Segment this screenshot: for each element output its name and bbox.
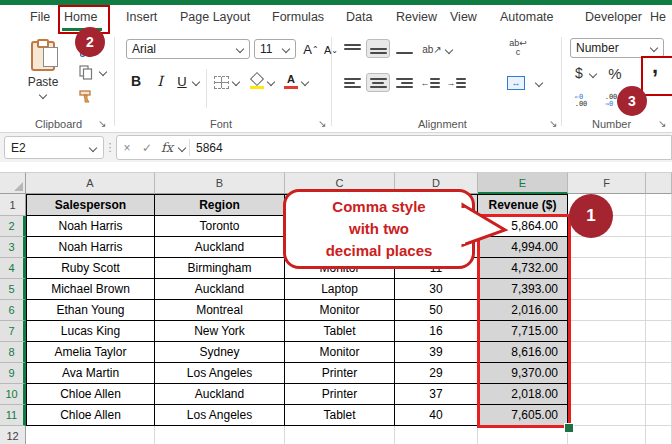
- cell-B8[interactable]: Sydney: [155, 342, 285, 363]
- clipboard-dialog-launcher[interactable]: ↘: [98, 118, 106, 130]
- cell-G7[interactable]: [646, 321, 672, 342]
- cell-D5[interactable]: 30: [395, 279, 478, 300]
- cell-C10[interactable]: Printer: [285, 384, 395, 405]
- cell-A4[interactable]: Ruby Scott: [26, 258, 155, 279]
- cell-D9[interactable]: 29: [395, 363, 478, 384]
- tab-file[interactable]: File: [30, 5, 50, 29]
- row-header-11[interactable]: 11: [0, 405, 26, 426]
- row-header-10[interactable]: 10: [0, 384, 26, 405]
- cell-D7[interactable]: 16: [395, 321, 478, 342]
- cell-G10[interactable]: [646, 384, 672, 405]
- insert-function-button[interactable]: fx: [157, 140, 177, 155]
- copy-button[interactable]: [76, 63, 96, 81]
- cell-A9[interactable]: Ava Martin: [26, 363, 155, 384]
- cell-G11[interactable]: [646, 405, 672, 426]
- row-header-6[interactable]: 6: [0, 300, 26, 321]
- cell-A3[interactable]: Noah Harris: [26, 237, 155, 258]
- row-header-8[interactable]: 8: [0, 342, 26, 363]
- tab-view[interactable]: View: [450, 5, 477, 29]
- cell-B11[interactable]: Los Angeles: [155, 405, 285, 426]
- borders-button[interactable]: [212, 74, 230, 90]
- cell-B2[interactable]: Toronto: [155, 216, 285, 237]
- cell-F10[interactable]: [568, 384, 646, 405]
- cell-D8[interactable]: 39: [395, 342, 478, 363]
- accounting-format-button[interactable]: $: [572, 63, 586, 83]
- tab-review[interactable]: Review: [396, 5, 437, 29]
- row-header-4[interactable]: 4: [0, 258, 26, 279]
- paste-button[interactable]: Paste: [18, 39, 68, 125]
- cell-E5[interactable]: 7,393.00: [478, 279, 568, 300]
- fill-color-dropdown-chevron[interactable]: [266, 76, 276, 88]
- cell-B5[interactable]: Auckland: [155, 279, 285, 300]
- tab-developer[interactable]: Developer: [585, 5, 642, 29]
- tab-insert[interactable]: Insert: [126, 5, 157, 29]
- name-box[interactable]: E2: [4, 136, 104, 159]
- cell-empty[interactable]: [155, 426, 285, 444]
- cell-C9[interactable]: Printer: [285, 363, 395, 384]
- percent-style-button[interactable]: %: [606, 63, 624, 83]
- fill-color-button[interactable]: [248, 70, 266, 92]
- underline-dropdown-chevron[interactable]: [191, 76, 201, 88]
- cell-G8[interactable]: [646, 342, 672, 363]
- cell-E10[interactable]: 2,018.00: [478, 384, 568, 405]
- cell-F9[interactable]: [568, 363, 646, 384]
- row-header-1[interactable]: 1: [0, 194, 26, 216]
- cell-C7[interactable]: Tablet: [285, 321, 395, 342]
- cell-E4[interactable]: 4,732.00: [478, 258, 568, 279]
- column-header-blank[interactable]: [646, 172, 672, 194]
- borders-dropdown-chevron[interactable]: [231, 76, 241, 88]
- cell-G6[interactable]: [646, 300, 672, 321]
- accounting-dropdown-chevron[interactable]: [588, 68, 598, 80]
- formula-bar-handle[interactable]: ⋮: [104, 141, 116, 154]
- tab-page-layout[interactable]: Page Layout: [180, 5, 250, 29]
- wrap-text-button[interactable]: ab↩c: [506, 37, 530, 59]
- font-size-combo[interactable]: 11: [254, 39, 296, 59]
- cell-empty[interactable]: [478, 426, 568, 444]
- cell-A7[interactable]: Lucas King: [26, 321, 155, 342]
- cell-F3[interactable]: [568, 237, 646, 258]
- orientation-dropdown-chevron[interactable]: [444, 44, 454, 56]
- decrease-font-size-button[interactable]: A⌄: [322, 40, 340, 60]
- tab-automate[interactable]: Automate: [500, 5, 554, 29]
- cell-C5[interactable]: Laptop: [285, 279, 395, 300]
- cell-C8[interactable]: Monitor: [285, 342, 395, 363]
- cell-A6[interactable]: Ethan Young: [26, 300, 155, 321]
- paste-dropdown-chevron[interactable]: [39, 91, 47, 99]
- font-color-button[interactable]: A: [282, 70, 300, 92]
- cell-A10[interactable]: Chloe Allen: [26, 384, 155, 405]
- cell-A5[interactable]: Michael Brown: [26, 279, 155, 300]
- align-left-button[interactable]: [340, 73, 364, 92]
- align-center-button[interactable]: [366, 73, 390, 92]
- cell-F8[interactable]: [568, 342, 646, 363]
- select-all-corner[interactable]: [0, 172, 26, 194]
- alignment-dialog-launcher[interactable]: ↘: [549, 118, 557, 130]
- font-color-dropdown-chevron[interactable]: [300, 76, 310, 88]
- align-bottom-button[interactable]: [392, 39, 416, 58]
- cell-A8[interactable]: Amelia Taylor: [26, 342, 155, 363]
- cell-empty[interactable]: [646, 426, 672, 444]
- tab-data[interactable]: Data: [346, 5, 372, 29]
- tab-formulas[interactable]: Formulas: [272, 5, 324, 29]
- cell-F11[interactable]: [568, 405, 646, 426]
- cell-B6[interactable]: Montreal: [155, 300, 285, 321]
- cell-empty[interactable]: [26, 426, 155, 444]
- cell-E8[interactable]: 8,616.00: [478, 342, 568, 363]
- underline-button[interactable]: U: [174, 71, 190, 91]
- cell-E6[interactable]: 2,016.00: [478, 300, 568, 321]
- column-header-F[interactable]: F: [568, 172, 646, 194]
- table-header-cell[interactable]: Salesperson: [26, 194, 155, 216]
- cell-E11[interactable]: 7,605.00: [478, 405, 568, 426]
- italic-button[interactable]: I: [152, 71, 168, 91]
- cell-E9[interactable]: 9,370.00: [478, 363, 568, 384]
- cell-F6[interactable]: [568, 300, 646, 321]
- cell-G4[interactable]: [646, 258, 672, 279]
- row-header-12[interactable]: 12: [0, 426, 26, 444]
- cell-D11[interactable]: 40: [395, 405, 478, 426]
- cell-F4[interactable]: [568, 258, 646, 279]
- fill-handle[interactable]: [564, 423, 574, 433]
- cell-G3[interactable]: [646, 237, 672, 258]
- cell-D10[interactable]: 37: [395, 384, 478, 405]
- column-header-B[interactable]: B: [155, 172, 285, 194]
- orientation-button[interactable]: ab↗: [420, 41, 444, 57]
- cell-C6[interactable]: Monitor: [285, 300, 395, 321]
